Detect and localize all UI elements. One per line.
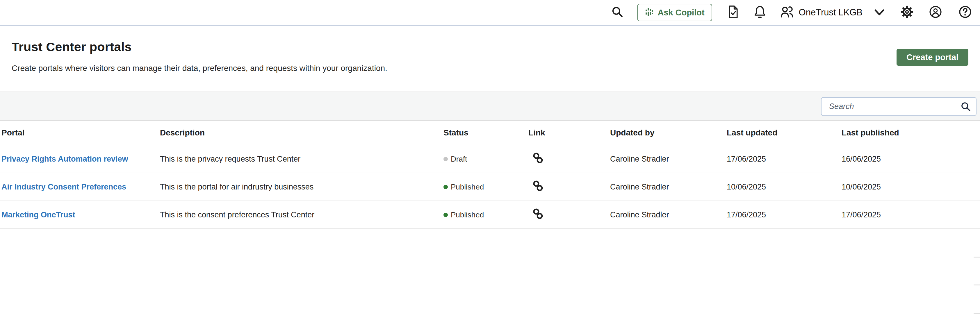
- updated-by: Caroline Stradler: [610, 155, 727, 164]
- portal-link-icon[interactable]: [532, 152, 544, 164]
- last-updated: 10/06/2025: [727, 183, 842, 192]
- last-published: 17/06/2025: [842, 210, 980, 219]
- search-icon[interactable]: [960, 101, 971, 112]
- org-name-label: OneTrust LKGB: [799, 7, 862, 18]
- column-header-last-published: Last published: [842, 128, 980, 137]
- page-subtitle: Create portals where visitors can manage…: [12, 64, 968, 73]
- status-badge: Published: [444, 183, 528, 192]
- page-title: Trust Center portals: [12, 40, 968, 54]
- portal-link[interactable]: Privacy Rights Automation review: [2, 155, 128, 163]
- table-row: Air Industry Consent Preferences This is…: [0, 173, 980, 201]
- status-dot-icon: [444, 185, 448, 189]
- chevron-down-icon: [873, 8, 885, 17]
- portal-link[interactable]: Marketing OneTrust: [2, 210, 75, 219]
- column-header-portal: Portal: [2, 128, 160, 137]
- column-header-description: Description: [160, 128, 444, 137]
- table-header-row: Portal Description Status Link Updated b…: [0, 121, 980, 145]
- updated-by: Caroline Stradler: [610, 183, 727, 192]
- portal-link[interactable]: Air Industry Consent Preferences: [2, 183, 126, 191]
- portals-table: Portal Description Status Link Updated b…: [0, 121, 980, 229]
- user-circle-icon: [929, 5, 942, 20]
- table-toolbar: [0, 92, 980, 121]
- updated-by: Caroline Stradler: [610, 210, 727, 219]
- last-updated: 17/06/2025: [727, 155, 842, 164]
- table-row: Privacy Rights Automation review This is…: [0, 145, 980, 173]
- help-button[interactable]: [958, 5, 972, 20]
- status-label: Published: [451, 183, 484, 192]
- empty-row-divider-stub: [974, 257, 980, 257]
- create-portal-button[interactable]: Create portal: [897, 49, 968, 66]
- ask-copilot-label: Ask Copilot: [657, 8, 704, 17]
- search-icon: [611, 6, 624, 19]
- column-header-updated-by: Updated by: [610, 128, 727, 137]
- empty-row-divider-stub: [974, 313, 980, 314]
- help-circle-icon: [958, 5, 972, 20]
- portal-link-icon[interactable]: [532, 208, 544, 220]
- status-dot-icon: [444, 157, 448, 161]
- ask-copilot-button[interactable]: Ask Copilot: [637, 4, 712, 21]
- portal-description: This is the privacy requests Trust Cente…: [160, 155, 444, 164]
- last-published: 16/06/2025: [842, 155, 980, 164]
- status-label: Published: [451, 210, 484, 219]
- column-header-status: Status: [444, 128, 528, 137]
- global-search-button[interactable]: [611, 6, 624, 19]
- top-bar: Ask Copilot: [0, 0, 980, 25]
- empty-row-divider-stub: [974, 284, 980, 285]
- settings-button[interactable]: [900, 5, 914, 20]
- users-icon: [780, 5, 794, 20]
- search-input[interactable]: [829, 102, 960, 111]
- gear-icon: [900, 5, 914, 20]
- account-button[interactable]: [929, 5, 942, 20]
- last-updated: 17/06/2025: [727, 210, 842, 219]
- portal-description: This is the consent preferences Trust Ce…: [160, 210, 444, 219]
- column-header-last-updated: Last updated: [727, 128, 842, 137]
- status-badge: Published: [444, 210, 528, 219]
- table-search-box: [821, 97, 977, 116]
- status-dot-icon: [444, 213, 448, 217]
- notifications-button[interactable]: [754, 5, 766, 20]
- table-row: Marketing OneTrust This is the consent p…: [0, 201, 980, 229]
- page-header: Trust Center portals Create portals wher…: [0, 25, 980, 92]
- trust-center-portals-page: Ask Copilot: [0, 0, 980, 329]
- portal-link-icon[interactable]: [532, 180, 544, 192]
- status-badge: Draft: [444, 155, 528, 164]
- document-check-icon: [727, 5, 740, 20]
- column-header-link: Link: [528, 128, 610, 137]
- last-published: 10/06/2025: [842, 183, 980, 192]
- table-body: Privacy Rights Automation review This is…: [0, 145, 980, 229]
- status-label: Draft: [451, 155, 467, 164]
- tasks-button[interactable]: [727, 5, 740, 20]
- org-switcher[interactable]: OneTrust LKGB: [799, 7, 900, 18]
- user-management-button[interactable]: [780, 5, 794, 20]
- bell-icon: [754, 5, 766, 20]
- copilot-sparkle-icon: [645, 7, 654, 18]
- portal-description: This is the portal for air indrustry bus…: [160, 183, 444, 192]
